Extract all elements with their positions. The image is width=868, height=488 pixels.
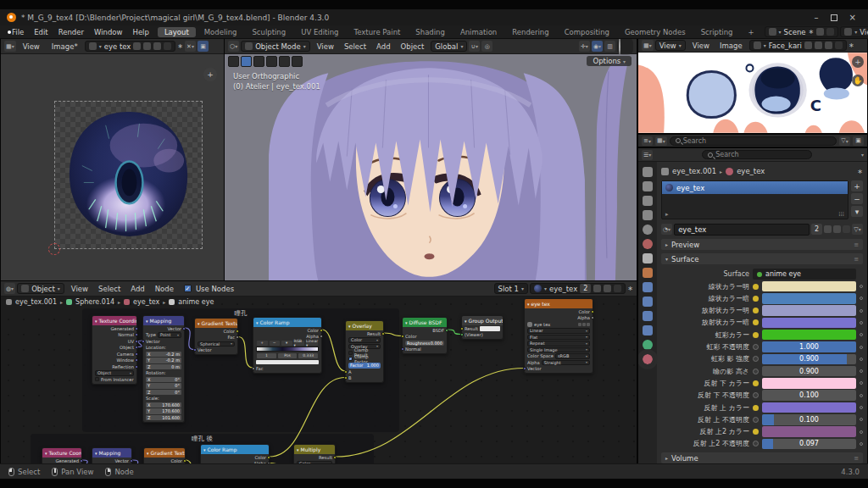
socket-out[interactable]	[267, 456, 270, 459]
node-row[interactable]: AlphaStraight▾	[525, 359, 593, 366]
node-row[interactable]: Vector	[195, 347, 237, 354]
zoom-gizmo-icon[interactable]: +	[203, 68, 217, 81]
show-overlays-icon[interactable]: ◉▾	[592, 41, 603, 52]
node-row[interactable]: Color	[201, 454, 269, 461]
node-row[interactable]: Camera	[92, 351, 136, 358]
node-row[interactable]: Vector	[525, 366, 593, 373]
node-row[interactable]: (Viewer)	[462, 332, 503, 339]
node-row[interactable]: TypePoint▾	[143, 332, 184, 339]
workspace-tab-shading[interactable]: Shading	[409, 27, 452, 37]
properties-search-input[interactable]: Search	[702, 150, 812, 159]
socket-in[interactable]	[460, 327, 464, 330]
socket-out[interactable]	[135, 340, 138, 343]
socket-toggle-icon[interactable]	[753, 429, 759, 435]
socket-out[interactable]	[333, 456, 337, 459]
properties-tab-view-layer[interactable]	[643, 210, 653, 220]
node-row[interactable]: Location:	[143, 345, 184, 352]
slot-specials-arrow[interactable]: ▸	[665, 211, 669, 218]
material-x-icon[interactable]	[843, 225, 850, 233]
scene-selector[interactable]: ▾ Scene ∗	[765, 26, 839, 37]
workspace-tab-animation[interactable]: Animation	[453, 27, 504, 37]
xray-toggle-icon[interactable]: ▥	[604, 41, 615, 52]
decorator-dot[interactable]	[860, 333, 863, 336]
show-gizmo-icon[interactable]: ✛▾	[579, 41, 590, 52]
decorator-dot[interactable]	[860, 430, 863, 434]
node-row[interactable]: Spherical▾	[195, 341, 237, 347]
node-row[interactable]: Color▾	[294, 461, 335, 464]
node-row[interactable]: Color	[525, 308, 593, 315]
node-row[interactable]: Result	[462, 325, 503, 332]
node-row[interactable]: Factor1.000	[346, 363, 383, 369]
properties-tab-physics[interactable]	[643, 311, 653, 321]
node-row[interactable]: Fac	[253, 365, 321, 372]
node-row[interactable]: Y0°	[143, 383, 184, 390]
remove-slot-button[interactable]: −	[851, 193, 863, 204]
slot-list-grip[interactable]: ⁞⁞⁞	[838, 211, 844, 218]
node-row[interactable]: From Instancer	[92, 376, 136, 383]
node-row[interactable]: Flat▾	[525, 334, 593, 341]
socket-out[interactable]	[135, 352, 138, 356]
workspace-tab-compositing[interactable]: Compositing	[558, 27, 616, 37]
gizmo-axes-icon[interactable]: ✕▾	[185, 41, 196, 52]
panel-surface[interactable]: ▾Surface≡	[661, 253, 863, 264]
surface-shader-field[interactable]: anime eye	[753, 269, 856, 280]
nodetree-dropdown-icon[interactable]: ▽▾	[852, 224, 863, 235]
image-mode-dropdown[interactable]: View▾	[655, 40, 686, 51]
viewport-menu-2[interactable]: Add	[371, 42, 395, 51]
decorator-dot[interactable]	[860, 309, 863, 313]
socket-toggle-icon[interactable]	[753, 417, 759, 423]
workspace-tab--[interactable]: +	[741, 27, 760, 37]
properties-tab-particles[interactable]	[643, 297, 653, 307]
socket-out[interactable]	[591, 310, 594, 313]
maximize-button[interactable]	[831, 14, 837, 21]
value-slider[interactable]: 0.097	[762, 439, 856, 450]
node-row[interactable]: Rotation:	[143, 370, 184, 377]
node-imagetex1[interactable]: ▾eye texColorAlphaeye texLinear▾Flat▾Rep…	[524, 298, 593, 374]
properties-tab-material[interactable]	[643, 354, 653, 364]
properties-tab-object[interactable]	[643, 268, 653, 278]
node-menu-3[interactable]: Node	[150, 285, 179, 293]
socket-in[interactable]	[344, 370, 348, 374]
node-row[interactable]: X-0.2 m	[143, 351, 184, 358]
panel-preview[interactable]: ▸Preview≡	[661, 239, 863, 250]
socket-out[interactable]	[135, 327, 138, 330]
panel-volume[interactable]: ▸Volume≡	[661, 452, 863, 463]
workspace-tab-rendering[interactable]: Rendering	[505, 27, 555, 37]
editor-type-3d-icon[interactable]: ⬡▾	[228, 41, 239, 52]
node-row[interactable]: Roughness0.000	[403, 340, 447, 347]
node-menu-1[interactable]: Select	[93, 285, 125, 293]
material-copy-icon[interactable]	[833, 225, 841, 233]
properties-options-caret[interactable]: ▾	[861, 152, 864, 158]
material-name-field[interactable]: eye_tex	[674, 224, 810, 236]
node-material-shield-icon[interactable]	[593, 285, 601, 292]
decorator-dot[interactable]	[860, 297, 863, 300]
node-row[interactable]: X170.600	[143, 402, 184, 408]
editor-type-shader-icon[interactable]: ◍▾	[4, 283, 15, 294]
tool-select-box[interactable]	[241, 56, 252, 67]
viewlayer-selector[interactable]: ▾ ViewLayer	[840, 26, 868, 37]
node-material-x-icon[interactable]	[614, 285, 621, 292]
value-slider[interactable]: 0.900	[762, 366, 856, 377]
node-row[interactable]: Color	[403, 334, 447, 341]
tool-select-subtract[interactable]	[292, 56, 303, 67]
node-row[interactable]: Vector	[92, 458, 131, 463]
image-image-menu[interactable]: Image*	[47, 42, 83, 51]
node-row[interactable]: Window	[92, 358, 136, 364]
node-row[interactable]: Z0°	[143, 389, 184, 396]
socket-toggle-icon[interactable]	[753, 296, 759, 302]
proportional-editing-icon[interactable]: ◎	[481, 41, 492, 52]
fake-user-shield-icon[interactable]	[133, 42, 141, 50]
value-slider[interactable]: 0.100	[762, 390, 856, 401]
value-slider[interactable]: 0.900	[762, 354, 856, 365]
socket-out[interactable]	[267, 462, 270, 463]
image2-menu-1[interactable]: Image	[715, 42, 748, 50]
scene-pin-icon[interactable]: ∗	[809, 28, 815, 36]
node-material-copy-icon[interactable]	[604, 285, 611, 292]
node-breadcrumb-item-0[interactable]: eye_tex.001	[15, 298, 57, 306]
node-row[interactable]: Z101.600	[143, 414, 184, 421]
node-groupout1[interactable]: ▾Group OutputResult(Viewer)	[461, 315, 504, 340]
tool-tweak[interactable]	[228, 56, 239, 67]
image2-menu-0[interactable]: View	[687, 42, 715, 50]
node-row[interactable]: 1Pos0.333	[253, 352, 321, 359]
socket-out[interactable]	[236, 330, 239, 333]
